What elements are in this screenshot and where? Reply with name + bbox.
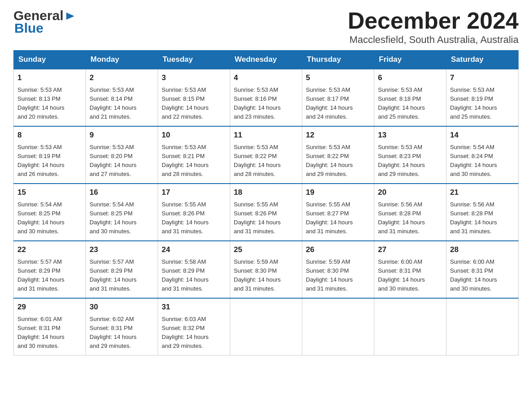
day-info: Sunrise: 5:53 AMSunset: 8:19 PMDaylight:… bbox=[450, 86, 515, 122]
calendar-header-saturday: Saturday bbox=[446, 51, 519, 69]
calendar-day-cell: 7 Sunrise: 5:53 AMSunset: 8:19 PMDayligh… bbox=[446, 69, 519, 126]
calendar-day-cell: 13 Sunrise: 5:53 AMSunset: 8:23 PMDaylig… bbox=[374, 126, 446, 184]
day-number: 23 bbox=[90, 244, 154, 256]
day-number: 28 bbox=[450, 244, 515, 256]
calendar-day-cell: 20 Sunrise: 5:56 AMSunset: 8:28 PMDaylig… bbox=[374, 184, 446, 241]
calendar-day-cell: 16 Sunrise: 5:54 AMSunset: 8:25 PMDaylig… bbox=[86, 184, 158, 241]
calendar-header-tuesday: Tuesday bbox=[158, 51, 230, 69]
calendar-day-cell: 31 Sunrise: 6:03 AMSunset: 8:32 PMDaylig… bbox=[158, 298, 230, 355]
day-number: 11 bbox=[234, 129, 298, 141]
day-info: Sunrise: 5:53 AMSunset: 8:14 PMDaylight:… bbox=[90, 86, 154, 122]
day-number: 17 bbox=[162, 187, 226, 198]
day-info: Sunrise: 5:55 AMSunset: 8:26 PMDaylight:… bbox=[162, 200, 226, 236]
day-info: Sunrise: 6:02 AMSunset: 8:31 PMDaylight:… bbox=[90, 315, 154, 351]
day-info: Sunrise: 5:58 AMSunset: 8:29 PMDaylight:… bbox=[162, 257, 226, 294]
calendar-day-cell bbox=[374, 298, 446, 355]
calendar-day-cell bbox=[230, 298, 302, 355]
calendar-day-cell: 24 Sunrise: 5:58 AMSunset: 8:29 PMDaylig… bbox=[158, 241, 230, 298]
calendar-day-cell: 19 Sunrise: 5:55 AMSunset: 8:27 PMDaylig… bbox=[302, 184, 374, 241]
calendar-day-cell: 2 Sunrise: 5:53 AMSunset: 8:14 PMDayligh… bbox=[86, 69, 158, 126]
day-info: Sunrise: 5:53 AMSunset: 8:18 PMDaylight:… bbox=[378, 86, 442, 122]
calendar-day-cell bbox=[446, 298, 519, 355]
day-number: 9 bbox=[90, 129, 154, 141]
day-info: Sunrise: 5:53 AMSunset: 8:23 PMDaylight:… bbox=[378, 143, 442, 179]
calendar-week-row: 22 Sunrise: 5:57 AMSunset: 8:29 PMDaylig… bbox=[14, 241, 519, 298]
calendar-day-cell: 17 Sunrise: 5:55 AMSunset: 8:26 PMDaylig… bbox=[158, 184, 230, 241]
day-number: 13 bbox=[378, 129, 442, 141]
location-subtitle: Macclesfield, South Australia, Australia bbox=[348, 34, 519, 46]
day-info: Sunrise: 5:54 AMSunset: 8:24 PMDaylight:… bbox=[450, 143, 515, 179]
day-number: 3 bbox=[162, 72, 226, 84]
svg-marker-0 bbox=[66, 13, 74, 20]
day-info: Sunrise: 5:55 AMSunset: 8:27 PMDaylight:… bbox=[306, 200, 370, 236]
calendar-day-cell: 14 Sunrise: 5:54 AMSunset: 8:24 PMDaylig… bbox=[446, 126, 519, 184]
calendar-week-row: 8 Sunrise: 5:53 AMSunset: 8:19 PMDayligh… bbox=[14, 126, 519, 184]
logo: General Blue bbox=[13, 9, 77, 36]
day-info: Sunrise: 5:53 AMSunset: 8:22 PMDaylight:… bbox=[306, 143, 370, 179]
day-number: 30 bbox=[90, 301, 154, 313]
day-number: 5 bbox=[306, 72, 370, 84]
day-info: Sunrise: 5:54 AMSunset: 8:25 PMDaylight:… bbox=[17, 200, 82, 236]
calendar-day-cell: 4 Sunrise: 5:53 AMSunset: 8:16 PMDayligh… bbox=[230, 69, 302, 126]
day-info: Sunrise: 6:00 AMSunset: 8:31 PMDaylight:… bbox=[450, 257, 515, 294]
day-number: 21 bbox=[450, 187, 515, 198]
calendar-day-cell: 9 Sunrise: 5:53 AMSunset: 8:20 PMDayligh… bbox=[86, 126, 158, 184]
page-header: General Blue December 2024 Macclesfield,… bbox=[13, 9, 519, 46]
calendar-day-cell bbox=[302, 298, 374, 355]
calendar-day-cell: 11 Sunrise: 5:53 AMSunset: 8:22 PMDaylig… bbox=[230, 126, 302, 184]
calendar-day-cell: 5 Sunrise: 5:53 AMSunset: 8:17 PMDayligh… bbox=[302, 69, 374, 126]
day-info: Sunrise: 5:59 AMSunset: 8:30 PMDaylight:… bbox=[306, 257, 370, 294]
calendar-day-cell: 15 Sunrise: 5:54 AMSunset: 8:25 PMDaylig… bbox=[14, 184, 86, 241]
day-info: Sunrise: 5:53 AMSunset: 8:20 PMDaylight:… bbox=[90, 143, 154, 179]
day-info: Sunrise: 5:57 AMSunset: 8:29 PMDaylight:… bbox=[17, 257, 82, 294]
day-info: Sunrise: 5:53 AMSunset: 8:16 PMDaylight:… bbox=[234, 86, 298, 122]
day-number: 14 bbox=[450, 129, 515, 141]
calendar-week-row: 15 Sunrise: 5:54 AMSunset: 8:25 PMDaylig… bbox=[14, 184, 519, 241]
day-number: 7 bbox=[450, 72, 515, 84]
calendar-day-cell: 3 Sunrise: 5:53 AMSunset: 8:15 PMDayligh… bbox=[158, 69, 230, 126]
month-title: December 2024 bbox=[348, 9, 519, 32]
day-info: Sunrise: 5:59 AMSunset: 8:30 PMDaylight:… bbox=[234, 257, 298, 294]
day-info: Sunrise: 5:56 AMSunset: 8:28 PMDaylight:… bbox=[378, 200, 442, 236]
day-number: 29 bbox=[17, 301, 82, 313]
day-number: 12 bbox=[306, 129, 370, 141]
calendar-day-cell: 23 Sunrise: 5:57 AMSunset: 8:29 PMDaylig… bbox=[86, 241, 158, 298]
calendar-header-sunday: Sunday bbox=[14, 51, 86, 69]
day-number: 22 bbox=[17, 244, 82, 256]
day-info: Sunrise: 6:01 AMSunset: 8:31 PMDaylight:… bbox=[17, 315, 82, 351]
day-number: 18 bbox=[234, 187, 298, 198]
day-number: 8 bbox=[17, 129, 82, 141]
calendar-day-cell: 29 Sunrise: 6:01 AMSunset: 8:31 PMDaylig… bbox=[14, 298, 86, 355]
calendar-day-cell: 30 Sunrise: 6:02 AMSunset: 8:31 PMDaylig… bbox=[86, 298, 158, 355]
calendar-day-cell: 22 Sunrise: 5:57 AMSunset: 8:29 PMDaylig… bbox=[14, 241, 86, 298]
day-info: Sunrise: 5:53 AMSunset: 8:15 PMDaylight:… bbox=[162, 86, 226, 122]
calendar-header-friday: Friday bbox=[374, 51, 446, 69]
calendar-day-cell: 27 Sunrise: 6:00 AMSunset: 8:31 PMDaylig… bbox=[374, 241, 446, 298]
day-info: Sunrise: 5:53 AMSunset: 8:21 PMDaylight:… bbox=[162, 143, 226, 179]
calendar-day-cell: 26 Sunrise: 5:59 AMSunset: 8:30 PMDaylig… bbox=[302, 241, 374, 298]
calendar-header-row: SundayMondayTuesdayWednesdayThursdayFrid… bbox=[14, 51, 519, 69]
day-info: Sunrise: 6:03 AMSunset: 8:32 PMDaylight:… bbox=[162, 315, 226, 351]
calendar-day-cell: 18 Sunrise: 5:55 AMSunset: 8:26 PMDaylig… bbox=[230, 184, 302, 241]
day-number: 20 bbox=[378, 187, 442, 198]
calendar-week-row: 1 Sunrise: 5:53 AMSunset: 8:13 PMDayligh… bbox=[14, 69, 519, 126]
day-info: Sunrise: 5:55 AMSunset: 8:26 PMDaylight:… bbox=[234, 200, 298, 236]
day-number: 31 bbox=[162, 301, 226, 313]
calendar-header-wednesday: Wednesday bbox=[230, 51, 302, 69]
day-number: 10 bbox=[162, 129, 226, 141]
day-info: Sunrise: 5:57 AMSunset: 8:29 PMDaylight:… bbox=[90, 257, 154, 294]
day-number: 2 bbox=[90, 72, 154, 84]
day-number: 15 bbox=[17, 187, 82, 198]
calendar-day-cell: 1 Sunrise: 5:53 AMSunset: 8:13 PMDayligh… bbox=[14, 69, 86, 126]
day-info: Sunrise: 5:53 AMSunset: 8:17 PMDaylight:… bbox=[306, 86, 370, 122]
day-number: 19 bbox=[306, 187, 370, 198]
day-number: 16 bbox=[90, 187, 154, 198]
calendar-day-cell: 10 Sunrise: 5:53 AMSunset: 8:21 PMDaylig… bbox=[158, 126, 230, 184]
calendar-day-cell: 25 Sunrise: 5:59 AMSunset: 8:30 PMDaylig… bbox=[230, 241, 302, 298]
calendar-day-cell: 12 Sunrise: 5:53 AMSunset: 8:22 PMDaylig… bbox=[302, 126, 374, 184]
calendar-week-row: 29 Sunrise: 6:01 AMSunset: 8:31 PMDaylig… bbox=[14, 298, 519, 355]
day-number: 25 bbox=[234, 244, 298, 256]
calendar-header-thursday: Thursday bbox=[302, 51, 374, 69]
day-number: 24 bbox=[162, 244, 226, 256]
day-info: Sunrise: 5:53 AMSunset: 8:22 PMDaylight:… bbox=[234, 143, 298, 179]
